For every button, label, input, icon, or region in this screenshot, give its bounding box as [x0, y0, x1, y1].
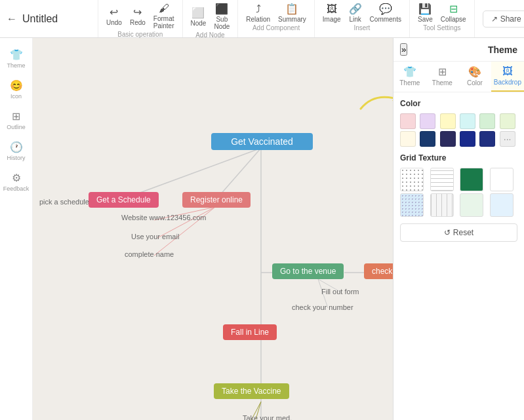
- summary-button[interactable]: 📋 Summary: [275, 1, 309, 24]
- color-swatch-9[interactable]: [460, 131, 475, 147]
- tab-theme2-icon: ⊞: [438, 66, 447, 78]
- undo-icon: ↩: [110, 6, 118, 18]
- sub-node-button[interactable]: ⬛ Sub Node: [211, 1, 232, 31]
- label-use-email: Use your email: [131, 233, 179, 240]
- back-button[interactable]: ←: [7, 13, 17, 25]
- color-swatch-3[interactable]: [460, 113, 475, 129]
- texture-solid-green[interactable]: [460, 168, 483, 191]
- color-swatch-10[interactable]: [479, 131, 495, 147]
- color-swatch-more[interactable]: ···: [500, 131, 515, 147]
- texture-light-green[interactable]: [460, 193, 483, 217]
- rail-item-icon[interactable]: 😊 Icon: [2, 75, 31, 104]
- texture-light-blue[interactable]: [400, 193, 424, 217]
- link-icon: 🔗: [349, 3, 362, 15]
- share-button[interactable]: ↗ Share: [483, 10, 524, 28]
- redo-icon: ↪: [133, 6, 142, 18]
- right-buttons: ↗ Share ⬆ Export: [475, 0, 524, 37]
- root-node[interactable]: Get Vaccinated: [211, 133, 313, 150]
- collapse-button[interactable]: ⊟ Collapse: [438, 1, 469, 24]
- color-swatch-4[interactable]: [479, 113, 495, 129]
- node-button[interactable]: ⬜ Node: [188, 5, 209, 28]
- color-swatch-0[interactable]: [400, 113, 416, 129]
- title-area: ← Untitled: [0, 0, 98, 37]
- texture-grid: [400, 168, 517, 217]
- panel-header: » Theme: [393, 38, 524, 62]
- theme-rail-icon: 👕: [10, 48, 23, 61]
- tab-theme[interactable]: 👕 Theme: [393, 62, 426, 92]
- tab-color-icon: 🎨: [468, 66, 481, 78]
- color-swatch-8[interactable]: [440, 131, 456, 147]
- rail-item-theme[interactable]: 👕 Theme: [2, 45, 31, 73]
- texture-white[interactable]: [490, 168, 514, 191]
- toolbar-insert: 🖼 Image 🔗 Link 💬 Comments Insert: [315, 0, 410, 37]
- format-painter-icon: 🖌: [159, 3, 169, 14]
- relation-icon: ⤴: [256, 3, 261, 15]
- rail-item-history[interactable]: 🕐 History: [2, 137, 31, 165]
- sub-node-icon: ⬛: [215, 3, 228, 15]
- tab-theme2[interactable]: ⊞ Theme: [426, 62, 459, 92]
- rail-item-outline[interactable]: ⊞ Outline: [2, 106, 31, 134]
- history-rail-icon: 🕐: [10, 141, 23, 153]
- label-check-number: check your number: [292, 303, 353, 311]
- toolbar-add-component: ⤴ Relation 📋 Summary Add Component: [238, 0, 315, 37]
- save-icon: 💾: [418, 3, 432, 15]
- main-area: 👕 Theme 😊 Icon ⊞ Outline 🕐 History ⚙ Fee…: [0, 38, 524, 420]
- node-go-to-venue[interactable]: Go to the venue: [272, 263, 344, 279]
- label-website: Website www.123456.com: [121, 214, 206, 221]
- connections-svg: [33, 38, 393, 420]
- node-get-schedule[interactable]: Get a Schedule: [89, 192, 159, 208]
- redo-button[interactable]: ↪ Redo: [127, 5, 148, 28]
- texture-lines[interactable]: [430, 168, 454, 191]
- texture-light-blue2[interactable]: [490, 193, 514, 217]
- comments-icon: 💬: [379, 3, 392, 15]
- image-button[interactable]: 🖼 Image: [320, 2, 344, 24]
- document-title: Untitled: [22, 13, 58, 25]
- texture-dots[interactable]: [400, 168, 424, 191]
- color-swatch-5[interactable]: [500, 113, 515, 129]
- node-fall-in-line[interactable]: Fall in Line: [223, 324, 277, 340]
- color-section-title: Color: [400, 99, 517, 108]
- grid-texture-section-title: Grid Texture: [400, 153, 517, 162]
- summary-icon: 📋: [285, 3, 298, 15]
- label-pick-schedule: pick a schedule: [39, 198, 89, 206]
- icon-rail-icon: 😊: [10, 79, 23, 92]
- color-swatch-1[interactable]: [420, 113, 435, 129]
- toolbar-tool-settings: 💾 Save ⊟ Collapse Tool Settings: [410, 0, 475, 37]
- reset-icon: ↺: [444, 228, 451, 237]
- comments-button[interactable]: 💬 Comments: [367, 1, 404, 24]
- panel-tabs: 👕 Theme ⊞ Theme 🎨 Color 🖼 Backdrop: [393, 62, 524, 92]
- save-button[interactable]: 💾 Save: [415, 1, 435, 24]
- format-painter-button[interactable]: 🖌 Format Painter: [151, 1, 177, 31]
- toolbar-add-node: ⬜ Node ⬛ Sub Node Add Node: [183, 0, 239, 37]
- canvas[interactable]: Get Vaccinated Get a Schedule Register o…: [33, 38, 393, 420]
- label-take-med: Take your med.: [243, 414, 292, 420]
- right-panel: » Theme 👕 Theme ⊞ Theme 🎨 Color 🖼 Backdr…: [393, 38, 524, 420]
- feedback-rail-icon: ⚙: [12, 172, 21, 184]
- outline-rail-icon: ⊞: [12, 110, 20, 123]
- color-swatch-2[interactable]: [440, 113, 456, 129]
- toolbar-basic-operation: ↩ Undo ↪ Redo 🖌 Format Painter Basic ope…: [98, 0, 183, 37]
- relation-button[interactable]: ⤴ Relation: [243, 2, 273, 24]
- node-register-online[interactable]: Register online: [182, 192, 251, 208]
- left-rail: 👕 Theme 😊 Icon ⊞ Outline 🕐 History ⚙ Fee…: [0, 38, 33, 420]
- reset-button[interactable]: ↺ Reset: [400, 223, 517, 242]
- color-swatch-6[interactable]: [400, 131, 416, 147]
- tab-theme-icon: 👕: [403, 66, 416, 78]
- tab-color[interactable]: 🎨 Color: [458, 62, 491, 92]
- label-fill-out: Fill out form: [321, 288, 359, 296]
- link-button[interactable]: 🔗 Link: [346, 1, 365, 24]
- arrow-annotation: [354, 89, 393, 115]
- collapse-panel-button[interactable]: »: [400, 43, 407, 56]
- node-check-up[interactable]: check up: [364, 263, 393, 279]
- color-swatch-7[interactable]: [420, 131, 435, 147]
- label-complete-name: complete name: [125, 250, 174, 258]
- undo-button[interactable]: ↩ Undo: [104, 5, 125, 28]
- panel-title: Theme: [488, 45, 517, 55]
- image-icon: 🖼: [327, 3, 337, 15]
- node-icon: ⬜: [191, 7, 205, 19]
- texture-grey-lines[interactable]: [430, 193, 454, 217]
- tab-backdrop[interactable]: 🖼 Backdrop: [491, 62, 524, 92]
- node-take-vaccine[interactable]: Take the Vaccine: [214, 383, 289, 399]
- rail-item-feedback[interactable]: ⚙ Feedback: [2, 168, 31, 196]
- collapse-icon: ⊟: [449, 3, 458, 15]
